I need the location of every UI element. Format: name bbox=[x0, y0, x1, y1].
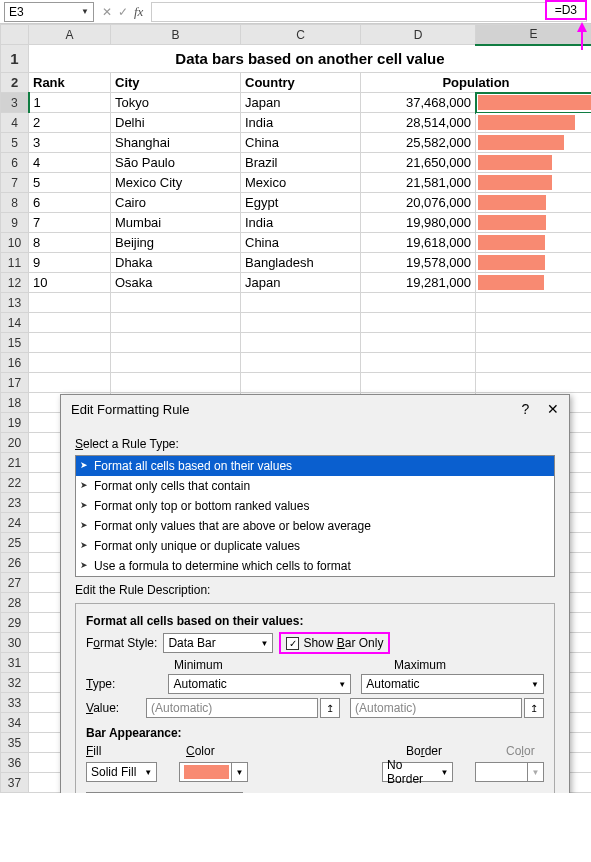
hdr-country[interactable]: Country bbox=[241, 73, 361, 93]
cell-databar[interactable] bbox=[476, 173, 592, 193]
row-25-header[interactable]: 25 bbox=[1, 533, 29, 553]
cell-population[interactable]: 19,281,000 bbox=[361, 273, 476, 293]
cell-city[interactable]: Osaka bbox=[111, 273, 241, 293]
row-14-header[interactable]: 14 bbox=[1, 313, 29, 333]
formula-input[interactable] bbox=[151, 2, 587, 22]
cell-databar[interactable] bbox=[476, 193, 592, 213]
row-11-header[interactable]: 11 bbox=[1, 253, 29, 273]
rule-type-item[interactable]: Format only unique or duplicate values bbox=[76, 536, 554, 556]
help-icon[interactable]: ? bbox=[522, 401, 530, 417]
cell-rank[interactable]: 9 bbox=[29, 253, 111, 273]
row-16-header[interactable]: 16 bbox=[1, 353, 29, 373]
cell-country[interactable]: Japan bbox=[241, 273, 361, 293]
show-bar-only-checkbox[interactable]: ✓ bbox=[286, 637, 299, 650]
cell-population[interactable]: 28,514,000 bbox=[361, 113, 476, 133]
max-value-input[interactable]: (Automatic) bbox=[350, 698, 522, 718]
rule-type-item[interactable]: Format all cells based on their values bbox=[76, 456, 554, 476]
name-box[interactable]: E3 ▼ bbox=[4, 2, 94, 22]
cell-databar[interactable] bbox=[476, 273, 592, 293]
row-35-header[interactable]: 35 bbox=[1, 733, 29, 753]
cell-databar[interactable] bbox=[476, 93, 592, 113]
col-B[interactable]: B bbox=[111, 25, 241, 45]
cell-city[interactable]: Delhi bbox=[111, 113, 241, 133]
hdr-rank[interactable]: Rank bbox=[29, 73, 111, 93]
row-21-header[interactable]: 21 bbox=[1, 453, 29, 473]
row-8-header[interactable]: 8 bbox=[1, 193, 29, 213]
negative-value-axis-button[interactable]: Negative Value and Axis... bbox=[86, 792, 243, 793]
cell-city[interactable]: Shanghai bbox=[111, 133, 241, 153]
cell-country[interactable]: India bbox=[241, 113, 361, 133]
col-A[interactable]: A bbox=[29, 25, 111, 45]
row-2-header[interactable]: 2 bbox=[1, 73, 29, 93]
rule-type-item[interactable]: Format only values that are above or bel… bbox=[76, 516, 554, 536]
row-27-header[interactable]: 27 bbox=[1, 573, 29, 593]
rule-type-item[interactable]: Format only top or bottom ranked values bbox=[76, 496, 554, 516]
cell-databar[interactable] bbox=[476, 113, 592, 133]
row-6-header[interactable]: 6 bbox=[1, 153, 29, 173]
cell-country[interactable]: Bangladesh bbox=[241, 253, 361, 273]
row-17-header[interactable]: 17 bbox=[1, 373, 29, 393]
fx-icon[interactable]: fx bbox=[134, 4, 143, 20]
row-36-header[interactable]: 36 bbox=[1, 753, 29, 773]
row-34-header[interactable]: 34 bbox=[1, 713, 29, 733]
col-E[interactable]: E bbox=[476, 25, 592, 45]
cell-databar[interactable] bbox=[476, 213, 592, 233]
row-24-header[interactable]: 24 bbox=[1, 513, 29, 533]
chevron-down-icon[interactable]: ▼ bbox=[81, 7, 89, 16]
cell-country[interactable]: Mexico bbox=[241, 173, 361, 193]
cell-country[interactable]: China bbox=[241, 133, 361, 153]
hdr-city[interactable]: City bbox=[111, 73, 241, 93]
row-37-header[interactable]: 37 bbox=[1, 773, 29, 793]
rule-type-list[interactable]: Format all cells based on their valuesFo… bbox=[75, 455, 555, 577]
cell-country[interactable]: India bbox=[241, 213, 361, 233]
cell-population[interactable]: 21,650,000 bbox=[361, 153, 476, 173]
cell-country[interactable]: China bbox=[241, 233, 361, 253]
cell-rank[interactable]: 3 bbox=[29, 133, 111, 153]
fill-color-picker[interactable]: ▼ bbox=[179, 762, 248, 782]
cell-city[interactable]: Mexico City bbox=[111, 173, 241, 193]
cell-rank[interactable]: 10 bbox=[29, 273, 111, 293]
cell-population[interactable]: 25,582,000 bbox=[361, 133, 476, 153]
cell-databar[interactable] bbox=[476, 253, 592, 273]
cell-databar[interactable] bbox=[476, 153, 592, 173]
row-15-header[interactable]: 15 bbox=[1, 333, 29, 353]
rule-type-item[interactable]: Format only cells that contain bbox=[76, 476, 554, 496]
row-33-header[interactable]: 33 bbox=[1, 693, 29, 713]
fill-select[interactable]: Solid Fill▼ bbox=[86, 762, 157, 782]
max-type-select[interactable]: Automatic▼ bbox=[361, 674, 544, 694]
select-all[interactable] bbox=[1, 25, 29, 45]
row-13-header[interactable]: 13 bbox=[1, 293, 29, 313]
cell-rank[interactable]: 6 bbox=[29, 193, 111, 213]
cell-country[interactable]: Brazil bbox=[241, 153, 361, 173]
cell-databar[interactable] bbox=[476, 133, 592, 153]
close-icon[interactable]: ✕ bbox=[547, 401, 559, 417]
cell-population[interactable]: 19,980,000 bbox=[361, 213, 476, 233]
min-range-picker-icon[interactable]: ↥ bbox=[320, 698, 340, 718]
cell-city[interactable]: Mumbai bbox=[111, 213, 241, 233]
row-23-header[interactable]: 23 bbox=[1, 493, 29, 513]
row-20-header[interactable]: 20 bbox=[1, 433, 29, 453]
cancel-icon[interactable]: ✕ bbox=[102, 5, 112, 19]
row-3-header[interactable]: 3 bbox=[1, 93, 29, 113]
cell-city[interactable]: Beijing bbox=[111, 233, 241, 253]
row-18-header[interactable]: 18 bbox=[1, 393, 29, 413]
cell-population[interactable]: 19,618,000 bbox=[361, 233, 476, 253]
row-12-header[interactable]: 12 bbox=[1, 273, 29, 293]
cell-city[interactable]: Tokyo bbox=[111, 93, 241, 113]
cell-population[interactable]: 20,076,000 bbox=[361, 193, 476, 213]
cell-rank[interactable]: 2 bbox=[29, 113, 111, 133]
row-5-header[interactable]: 5 bbox=[1, 133, 29, 153]
row-9-header[interactable]: 9 bbox=[1, 213, 29, 233]
row-31-header[interactable]: 31 bbox=[1, 653, 29, 673]
row-28-header[interactable]: 28 bbox=[1, 593, 29, 613]
cell-rank[interactable]: 4 bbox=[29, 153, 111, 173]
cell-city[interactable]: São Paulo bbox=[111, 153, 241, 173]
cell-rank[interactable]: 1 bbox=[29, 93, 111, 113]
row-4-header[interactable]: 4 bbox=[1, 113, 29, 133]
min-value-input[interactable]: (Automatic) bbox=[146, 698, 318, 718]
cell-population[interactable]: 21,581,000 bbox=[361, 173, 476, 193]
row-10-header[interactable]: 10 bbox=[1, 233, 29, 253]
cell-country[interactable]: Japan bbox=[241, 93, 361, 113]
cell-population[interactable]: 37,468,000 bbox=[361, 93, 476, 113]
cell-city[interactable]: Dhaka bbox=[111, 253, 241, 273]
